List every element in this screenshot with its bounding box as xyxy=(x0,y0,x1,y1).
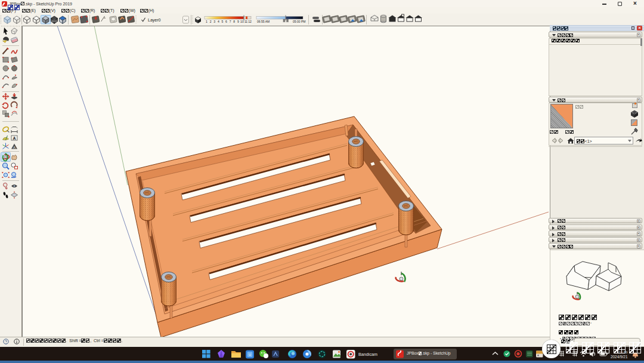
svg-text:U: U xyxy=(249,353,251,356)
svg-text:12: 12 xyxy=(248,20,252,23)
svg-text:1: 1 xyxy=(206,20,208,23)
svg-text:Layer0: Layer0 xyxy=(148,18,161,23)
svg-text:5: 5 xyxy=(222,20,224,23)
svg-text:2024/9/21: 2024/9/21 xyxy=(611,355,628,359)
svg-text:4: 4 xyxy=(218,20,219,23)
svg-text:7: 7 xyxy=(230,20,231,23)
svg-text:06:55 AM: 06:55 AM xyxy=(257,20,270,23)
svg-text:9: 9 xyxy=(237,20,239,23)
svg-text:A: A xyxy=(13,136,16,140)
svg-text:10: 10 xyxy=(240,20,244,23)
svg-text:11: 11 xyxy=(244,20,247,23)
svg-text:Bandicam: Bandicam xyxy=(358,352,377,357)
svg-text:3: 3 xyxy=(213,20,215,23)
svg-text:05:00 PM: 05:00 PM xyxy=(293,20,305,23)
svg-text:8: 8 xyxy=(233,20,235,23)
svg-text:A: A xyxy=(13,146,16,149)
svg-text:6: 6 xyxy=(225,20,227,23)
svg-text:2: 2 xyxy=(210,20,212,23)
